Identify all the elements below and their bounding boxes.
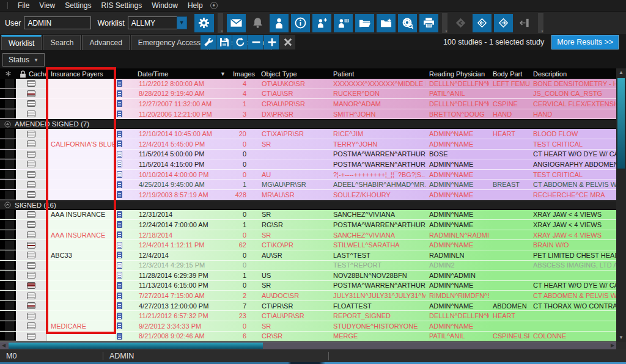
table-row[interactable]: 11/13/2014 6:15:00 PM0SRPOSTMA^WARREN^AR… xyxy=(0,281,616,291)
table-row[interactable]: 4/27/2013 12:00:00 PM7CT\PR\SRFLOATTESTA… xyxy=(0,301,616,311)
scroll-up-icon[interactable]: ▲ xyxy=(616,68,626,77)
toolbar-button-diamond-import[interactable] xyxy=(473,14,492,32)
priority-column-header[interactable] xyxy=(0,70,16,77)
table-row[interactable]: CALIFORNIA'S BLUE...12/4/2014 5:45:00 PM… xyxy=(0,139,616,150)
cell-patient: STUDYONE^HISTORYONE xyxy=(330,321,425,331)
patient-column-header[interactable]: Patient xyxy=(330,70,425,78)
table-row[interactable]: 8/28/2012 9:19:40 AM4CT\AU\SRRUCKER^DONP… xyxy=(0,89,616,100)
toolbar-button-bell[interactable] xyxy=(248,14,267,32)
worklist-input[interactable] xyxy=(128,16,177,29)
cell-insurance xyxy=(47,109,115,119)
object-type-column-header[interactable]: Object Type xyxy=(257,70,330,78)
table-row[interactable]: 12/19/2003 8:57:19 AM428MR\AU\SRSOULEZ/K… xyxy=(0,190,616,200)
toolbar-button-diamond-export[interactable] xyxy=(494,14,513,32)
person-icon xyxy=(273,17,285,29)
tool-button-plus[interactable] xyxy=(264,35,279,49)
cell-reading-physician: DELLLN^DELLFN^MI... xyxy=(425,311,489,321)
toolbar-button-diamond-prev[interactable] xyxy=(451,14,470,32)
tab-row: WorklistSearchAdvancedEmergency AccessPa… xyxy=(0,34,626,50)
worklist-dropdown-button[interactable]: ▼ xyxy=(177,16,187,29)
table-row[interactable]: 12/27/2007 11:32:00 AM1CR\AU\PR\SRMANOR^… xyxy=(0,99,616,109)
toolbar-button-person-plus[interactable] xyxy=(312,14,331,32)
cache-status-icon xyxy=(27,242,35,249)
menu-item-ris-settings[interactable]: RIS Settings xyxy=(97,1,147,10)
cache-status-icon xyxy=(27,181,35,188)
table-row[interactable]: 8/21/2008 9:02:46 AM6CR\SRMERGEPATIL^ANI… xyxy=(0,332,616,342)
status-filter-button[interactable]: Status ▼ xyxy=(2,53,45,67)
tool-button-wrench[interactable] xyxy=(201,35,216,49)
table-row[interactable]: 10/10/2014 4:00:00 PM0AU?¦-+----++++++++… xyxy=(0,170,616,180)
insurance-column-header[interactable]: Insurance Payers xyxy=(47,70,115,78)
help-status-icon[interactable]: ● xyxy=(210,2,218,9)
table-row[interactable]: AAA INSURANCE12/18/20140SRSANCHEZ^VIVIAN… xyxy=(0,230,616,241)
table-row[interactable]: 11/2/2012 8:00:00 AM4OT\AU\KO\SRXXXXXXX^… xyxy=(0,79,616,89)
tab-advanced[interactable]: Advanced xyxy=(82,35,129,50)
scroll-left-icon[interactable]: ◀ xyxy=(0,342,7,349)
tool-button-clear-x[interactable] xyxy=(280,35,295,49)
toolbar-button-person[interactable] xyxy=(270,14,289,32)
table-row[interactable]: 12/3/2014 4:29:15 PM0TEST^REPORTADMIN2AB… xyxy=(0,261,616,271)
table-row[interactable]: 11/5/2014 4:15:00 PM0POSTMA^WARREN^ARTHU… xyxy=(0,159,616,170)
table-row[interactable]: 11/20/2006 12:21:00 PM3DX\PR\SRSMITH^JOH… xyxy=(0,109,616,120)
toolbar-button-info[interactable] xyxy=(291,14,310,32)
group-header[interactable]: AMENDED SIGNED (7) xyxy=(0,119,616,129)
toolbar-button-printer[interactable] xyxy=(419,14,438,32)
toolbar-button-folder-open[interactable] xyxy=(355,14,374,32)
table-row[interactable]: AAA INSURANCE12/31/20140SRSANCHEZ^VIVIAN… xyxy=(0,210,616,220)
body-part-column-header[interactable]: Body Part xyxy=(489,70,529,78)
table-row[interactable]: 12/10/2014 10:45:00 AM20CT\XA\PR\SRRICE^… xyxy=(0,129,616,139)
horizontal-scrollbar-thumb[interactable] xyxy=(9,343,263,349)
cell-audio-icon xyxy=(124,291,134,300)
tab-search[interactable]: Search xyxy=(43,35,81,50)
menu-item-help[interactable]: Help xyxy=(183,1,208,10)
more-results-button[interactable]: More Results >> xyxy=(551,35,619,49)
table-row[interactable]: 4/25/2014 9:45:00 AM1MG\AU\PR\SRADEEL^SH… xyxy=(0,180,616,190)
scroll-right-icon[interactable]: ▶ xyxy=(609,342,616,349)
group-header[interactable]: SIGNED (16) xyxy=(0,200,616,210)
collapse-group-icon[interactable] xyxy=(4,121,11,128)
tool-button-minus[interactable] xyxy=(248,35,263,49)
scroll-down-icon[interactable]: ▼ xyxy=(616,333,626,342)
tab-emergency-access[interactable]: Emergency Access xyxy=(131,35,208,50)
vertical-scrollbar-thumb[interactable] xyxy=(617,78,625,169)
toolbar-button-disc-search[interactable] xyxy=(398,14,417,32)
cell-patient: ?¦-+----++++++++¦_¦¦¯?BG?¦S... xyxy=(330,170,425,180)
cell-description: CT THORAX W/O CONTRA... xyxy=(529,301,616,311)
cell-body-part: ABDOMEN xyxy=(489,301,529,311)
cell-reading-physician: ADMIN2 xyxy=(425,261,489,271)
cell-description: JS_COLON CA_RSTG xyxy=(529,89,616,99)
user-input[interactable] xyxy=(24,16,91,29)
cell-patient: POSTMA^WARREN^ARTHUR xyxy=(330,150,425,159)
cell-report-icon xyxy=(115,99,124,109)
images-column-header[interactable]: Images xyxy=(228,70,257,78)
tab-worklist[interactable]: Worklist xyxy=(1,35,42,50)
table-row[interactable]: 7/27/2014 7:15:00 AM2AU\DOC\SRJULY31LN^J… xyxy=(0,291,616,301)
table-row[interactable]: 12/4/2014 1:12:11 PM62CT\KO\PRSTILWELL^S… xyxy=(0,240,616,250)
table-row[interactable]: 11/5/2014 5:00:00 PM0POSTMA^WARREN^ARTHU… xyxy=(0,150,616,160)
datetime-column-header[interactable]: Date/Time▼ xyxy=(134,70,228,78)
table-row[interactable]: MEDICARE9/2/2012 3:34:33 PM0SRSTUDYONE^H… xyxy=(0,321,616,332)
cell-object-type xyxy=(257,159,330,169)
collapse-group-icon[interactable] xyxy=(4,202,11,208)
cell-object-type: SR xyxy=(257,210,330,220)
toolbar-button-close-study[interactable] xyxy=(515,14,534,32)
menu-item-view[interactable]: View xyxy=(34,1,60,10)
description-column-header[interactable]: Description xyxy=(529,70,616,78)
toolbar-button-folder-plus[interactable] xyxy=(377,14,396,32)
table-row[interactable]: 11/28/2014 6:29:39 PM1USNOV28BLN^NOV28BF… xyxy=(0,271,616,281)
table-row[interactable]: ABC3312/4/20140AU\SRLAST^TESTRADMINLNPET… xyxy=(0,250,616,261)
toolbar-button-gear[interactable] xyxy=(194,14,214,32)
table-row[interactable]: 11/21/2012 6:57:32 PM23CT\AU\PR\SRREPORT… xyxy=(0,311,616,321)
horizontal-scrollbar[interactable]: ◀ ▶ xyxy=(0,342,616,349)
menu-item-settings[interactable]: Settings xyxy=(60,1,96,10)
reading-physician-column-header[interactable]: Reading Physician xyxy=(425,70,489,78)
menu-item-window[interactable]: Window xyxy=(147,1,183,10)
tool-button-refresh[interactable] xyxy=(232,35,248,49)
vertical-scrollbar[interactable]: ▲ ▼ xyxy=(616,68,626,342)
toolbar-button-person-list[interactable] xyxy=(334,14,353,32)
cache-column-header[interactable]: Cache xyxy=(16,70,47,78)
menu-item-file[interactable]: File xyxy=(13,1,34,10)
tool-button-save[interactable] xyxy=(216,35,232,49)
table-row[interactable]: 12/24/2014 7:00:00 AM1RG\SRPOSTMA^WARREN… xyxy=(0,220,616,230)
toolbar-button-email[interactable] xyxy=(227,14,246,32)
